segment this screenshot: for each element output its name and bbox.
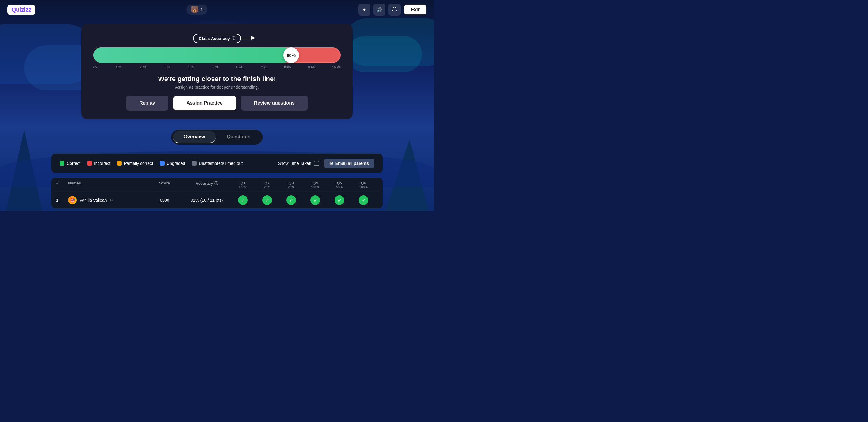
th-q6-label: Q6 [351, 181, 375, 185]
tab-questions-label: Questions [227, 134, 250, 139]
player-badge: 🐻 1 [186, 4, 207, 15]
tick-50: 50% [212, 65, 218, 69]
email-icon: ✉ [330, 161, 333, 166]
replay-button[interactable]: Replay [126, 95, 168, 111]
review-label: Review questions [254, 100, 295, 106]
topbar-right: ✦ 🔊 ⛶ Exit [358, 4, 427, 16]
accuracy-label-row: Class Accuracy ⓘ [93, 34, 341, 43]
tab-questions[interactable]: Questions [216, 131, 261, 143]
fullscreen-button[interactable]: ⛶ [389, 4, 401, 16]
legend-incorrect: Incorrect [87, 161, 110, 166]
th-score: Score [147, 181, 183, 189]
th-names: Names [68, 181, 147, 189]
td-score: 6300 [147, 198, 183, 203]
logo-text: Quizizz [11, 6, 31, 13]
progress-bubble: 80% [283, 47, 299, 63]
review-questions-button[interactable]: Review questions [241, 95, 308, 111]
tick-0: 0% [93, 65, 98, 69]
legend-right: Show Time Taken ✉ Email all parents [278, 158, 374, 168]
legend-items: Correct Incorrect Partially correct Ungr… [60, 161, 243, 166]
results-table: # Names Score Accuracy ⓘ Q1 100% Q2 75% … [51, 178, 383, 208]
effects-icon: ✦ [362, 7, 366, 13]
th-q5-label: Q5 [327, 181, 351, 185]
assign-practice-button[interactable]: Assign Practice [173, 95, 237, 111]
legend-bar: Correct Incorrect Partially correct Ungr… [51, 154, 383, 173]
th-q7-pct: 25% [375, 185, 383, 189]
correct-label: Correct [67, 161, 81, 166]
td-q7: ✗ [375, 195, 383, 205]
assign-label: Assign Practice [187, 100, 223, 106]
th-q3: Q3 75% [279, 181, 303, 189]
accuracy-badge: Class Accuracy ⓘ [193, 34, 241, 43]
replay-label: Replay [139, 100, 155, 106]
show-time-taken: Show Time Taken [278, 161, 319, 166]
player-count: 1 [200, 7, 203, 12]
q3-check: ✓ [286, 195, 296, 205]
td-rank: 1 [56, 198, 68, 203]
th-q6: Q6 100% [351, 181, 375, 189]
th-q3-label: Q3 [279, 181, 303, 185]
show-time-checkbox[interactable] [314, 161, 319, 166]
partial-dot [117, 161, 122, 166]
q5-check: ✓ [335, 195, 344, 205]
td-name: 🎯 Vanilla Valjean ✉ [68, 196, 147, 204]
th-q4-pct: 100% [303, 185, 327, 189]
incorrect-label: Incorrect [94, 161, 110, 166]
student-name-text: Vanilla Valjean [80, 198, 107, 203]
tick-20: 20% [140, 65, 146, 69]
email-all-parents-button[interactable]: ✉ Email all parents [324, 158, 374, 168]
th-rank: # [56, 181, 68, 189]
unattempted-dot [192, 161, 196, 166]
td-q5: ✓ [327, 195, 351, 205]
th-q5-pct: 50% [327, 185, 351, 189]
td-q1: ✓ [231, 195, 255, 205]
percent-ticks: 0% 10% 20% 30% 40% 50% 60% 70% 80% 90% 1… [93, 65, 341, 69]
th-q2-label: Q2 [255, 181, 279, 185]
tick-90: 90% [308, 65, 315, 69]
partial-label: Partially correct [124, 161, 153, 166]
th-q7: Q7 25% [375, 181, 383, 189]
accuracy-badge-wrapper: Class Accuracy ⓘ [193, 34, 241, 43]
progress-label: 80% [287, 53, 296, 58]
exit-button[interactable]: Exit [404, 4, 427, 15]
tab-overview-label: Overview [184, 134, 205, 139]
tick-60: 60% [236, 65, 243, 69]
progress-bar-container: 80% [93, 47, 341, 63]
q2-check: ✓ [262, 195, 272, 205]
bg-cloud-4 [347, 36, 422, 72]
table-header: # Names Score Accuracy ⓘ Q1 100% Q2 75% … [51, 178, 383, 192]
exit-label: Exit [411, 7, 420, 12]
tick-30: 30% [164, 65, 170, 69]
player-emoji: 🐻 [190, 6, 198, 13]
correct-dot [60, 161, 64, 166]
accuracy-arrow [241, 33, 259, 44]
td-q3: ✓ [279, 195, 303, 205]
svg-marker-1 [251, 36, 255, 40]
sound-icon: 🔊 [376, 7, 382, 13]
th-q1-label: Q1 [231, 181, 255, 185]
table-row: 1 🎯 Vanilla Valjean ✉ 6300 91% (10 / 11 … [51, 192, 383, 208]
main-card: Class Accuracy ⓘ 80% 0% 10% 20% 30% 40% … [82, 24, 352, 119]
th-q3-pct: 75% [279, 185, 303, 189]
fullscreen-icon: ⛶ [392, 7, 397, 12]
tick-80: 80% [284, 65, 290, 69]
result-message: We're getting closer to the finish line!… [93, 75, 341, 90]
th-q7-label: Q7 [375, 181, 383, 185]
topbar: Quizizz 🐻 1 ✦ 🔊 ⛶ Exit [0, 0, 434, 19]
q4-check: ✓ [310, 195, 320, 205]
sound-button[interactable]: 🔊 [373, 4, 385, 16]
legend-unattempted: Unattempted/Timed out [192, 161, 243, 166]
th-q2-pct: 75% [255, 185, 279, 189]
mail-icon[interactable]: ✉ [110, 198, 114, 203]
info-icon: ⓘ [232, 36, 236, 41]
tab-overview[interactable]: Overview [173, 131, 216, 143]
td-q2: ✓ [255, 195, 279, 205]
result-subtext: Assign as practice for deeper understand… [93, 85, 341, 90]
class-accuracy-label: Class Accuracy [198, 36, 230, 41]
th-q4-label: Q4 [303, 181, 327, 185]
q1-check: ✓ [238, 195, 248, 205]
incorrect-dot [87, 161, 92, 166]
th-accuracy: Accuracy ⓘ [183, 181, 231, 189]
tick-10: 10% [116, 65, 122, 69]
effects-button[interactable]: ✦ [358, 4, 370, 16]
